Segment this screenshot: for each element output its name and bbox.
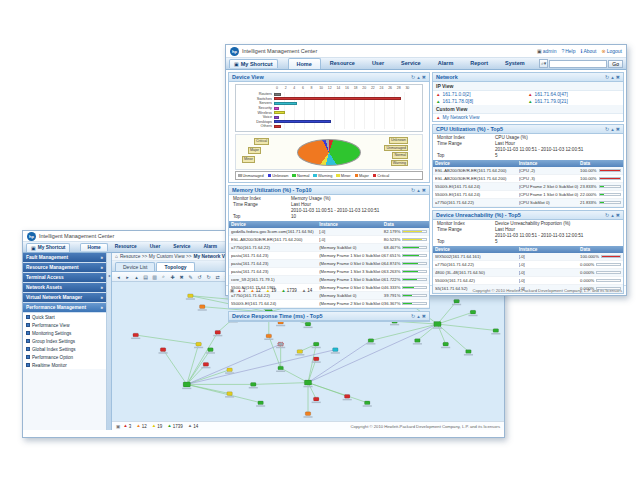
logout-link[interactable]: ⊗Logout — [602, 48, 623, 54]
swap-layout-icon[interactable]: ⇄ — [214, 273, 221, 280]
tab-alarm[interactable]: Alarm — [430, 58, 462, 69]
view-tab-topology[interactable]: Topology — [156, 262, 194, 271]
critical-alarm-count[interactable]: ▲3 — [237, 288, 245, 293]
topology-node[interactable] — [312, 397, 321, 403]
back-tab-alarm[interactable]: Alarm — [197, 243, 223, 251]
close-icon[interactable]: ✖ — [422, 74, 426, 80]
collapse-icon[interactable]: ▴ — [417, 187, 420, 193]
alarm-sound-icon[interactable]: ▣ — [230, 288, 234, 293]
major-alarm-count[interactable]: ▲12 — [136, 424, 146, 429]
network-view-link[interactable]: ▲161.71.64.0[47] — [528, 92, 620, 97]
sidebar-item-quick-start[interactable]: Quick Start — [23, 313, 106, 321]
forward-icon[interactable]: ▸ — [124, 273, 131, 280]
refresh-icon[interactable]: ↻ — [411, 187, 415, 193]
minor-alarm-count[interactable]: ▲19 — [152, 424, 162, 429]
topology-node[interactable] — [331, 348, 340, 354]
refresh-icon[interactable]: ↻ — [411, 74, 415, 80]
sidebar-section-resource-management[interactable]: Resource Management» — [23, 263, 106, 273]
normal-alarm-count[interactable]: ▲1739 — [167, 424, 182, 429]
back-tab-resource[interactable]: Resource — [109, 243, 143, 251]
topology-node[interactable] — [491, 329, 500, 335]
minor-alarm-count[interactable]: ▲19 — [266, 288, 276, 293]
back-tab-user[interactable]: User — [144, 243, 167, 251]
sidebar-section-fault-management[interactable]: Fault Management» — [23, 253, 106, 263]
topology-node[interactable] — [264, 334, 273, 340]
sidebar-item-performance-view[interactable]: Performance View — [23, 321, 106, 329]
topology-node[interactable] — [182, 382, 191, 389]
topology-node[interactable] — [206, 348, 215, 354]
up-icon[interactable]: ▴ — [133, 273, 140, 280]
sidebar-item-group-index-settings[interactable]: Group Index Settings — [23, 337, 106, 345]
back-my-shortcut-tab[interactable]: ▣ My Shortcut — [26, 243, 70, 252]
network-view-link[interactable]: ▲161.71.78.0[8] — [436, 99, 528, 104]
topology-node[interactable] — [194, 342, 203, 348]
sidebar-section-network-assets[interactable]: Network Assets» — [23, 283, 106, 293]
collapse-icon[interactable]: ▴ — [611, 212, 614, 218]
alarm-sound-icon[interactable]: ▣ — [116, 424, 120, 429]
refresh-icon[interactable]: ↻ — [205, 273, 212, 280]
about-link[interactable]: ℹAbout — [581, 48, 597, 54]
back-icon[interactable]: ◂ — [115, 273, 122, 280]
tab-report[interactable]: Report — [462, 58, 496, 69]
network-view-link[interactable]: ▲161.71.0.0[2] — [436, 92, 528, 97]
search-input[interactable] — [549, 60, 607, 68]
topology-node[interactable] — [303, 380, 312, 387]
refresh-icon[interactable]: ↻ — [605, 74, 609, 80]
tab-user[interactable]: User — [364, 58, 392, 69]
add-device-icon[interactable]: ✚ — [169, 273, 176, 280]
breadcrumb-path[interactable]: Resource >> My Custom View >> — [120, 254, 192, 259]
topology-node[interactable] — [276, 366, 285, 372]
admin-user-link[interactable]: ▣admin — [537, 48, 556, 54]
search-go-button[interactable]: Go — [608, 60, 623, 68]
topology-node[interactable] — [303, 412, 312, 418]
topology-node[interactable] — [312, 342, 321, 348]
undo-icon[interactable]: ↺ — [196, 273, 203, 280]
topology-node[interactable] — [249, 383, 258, 389]
search-scope-dropdown[interactable]: ⌕▾ — [539, 59, 548, 68]
collapse-icon[interactable]: ▴ — [611, 126, 614, 132]
topology-node[interactable] — [186, 294, 195, 300]
sidebar-section-performance-management[interactable]: Performance Management» — [23, 303, 106, 313]
refresh-icon[interactable]: ↻ — [411, 313, 415, 319]
close-icon[interactable]: ✖ — [422, 187, 426, 193]
view-tab-device-list[interactable]: Device List — [115, 262, 155, 271]
export-icon[interactable]: ▥ — [151, 273, 158, 280]
delete-icon[interactable]: ✖ — [178, 273, 185, 280]
unknown-alarm-count[interactable]: ▲14 — [302, 288, 312, 293]
close-icon[interactable]: ✖ — [616, 126, 620, 132]
topology-node[interactable] — [158, 348, 167, 354]
topology-node[interactable] — [413, 339, 422, 345]
help-link[interactable]: ?Help — [561, 48, 575, 54]
tab-home[interactable]: Home — [288, 58, 321, 69]
refresh-icon[interactable]: ↻ — [605, 212, 609, 218]
topology-node[interactable] — [464, 350, 473, 356]
topology-node[interactable] — [131, 333, 140, 339]
search-icon[interactable]: ⌕ — [160, 273, 167, 280]
sidebar-item-monitoring-settings[interactable]: Monitoring Settings — [23, 329, 106, 337]
tab-system[interactable]: System — [497, 58, 533, 69]
topology-node[interactable] — [441, 342, 450, 348]
collapse-icon[interactable]: ▴ — [417, 74, 420, 80]
topology-node[interactable] — [433, 322, 442, 329]
close-icon[interactable]: ✖ — [616, 212, 620, 218]
sidebar-item-realtime-monitor[interactable]: Realtime Monitor — [23, 361, 106, 369]
sidebar-section-virtual-network-manager[interactable]: Virtual Network Manager» — [23, 293, 106, 303]
network-view-link[interactable]: ▲161.71.79.0[21] — [528, 99, 620, 104]
close-icon[interactable]: ✖ — [422, 313, 426, 319]
save-icon[interactable]: ▤ — [142, 273, 149, 280]
front-my-shortcut-tab[interactable]: ▣ My Shortcut — [229, 59, 278, 68]
edit-icon[interactable]: ✎ — [187, 273, 194, 280]
back-tab-service[interactable]: Service — [167, 243, 196, 251]
sidebar-section-terminal-access[interactable]: Terminal Access» — [23, 273, 106, 283]
critical-alarm-count[interactable]: ▲3 — [123, 424, 131, 429]
unknown-alarm-count[interactable]: ▲14 — [188, 424, 198, 429]
sidebar-item-global-index-settings[interactable]: Global Index Settings — [23, 345, 106, 353]
topology-node[interactable] — [198, 305, 207, 311]
normal-alarm-count[interactable]: ▲1739 — [281, 288, 296, 293]
collapse-icon[interactable]: ▴ — [611, 74, 614, 80]
collapse-icon[interactable]: ▴ — [417, 313, 420, 319]
close-icon[interactable]: ✖ — [616, 74, 620, 80]
tab-resource[interactable]: Resource — [322, 58, 363, 69]
back-tab-home[interactable]: Home — [80, 243, 107, 251]
tab-service[interactable]: Service — [393, 58, 429, 69]
